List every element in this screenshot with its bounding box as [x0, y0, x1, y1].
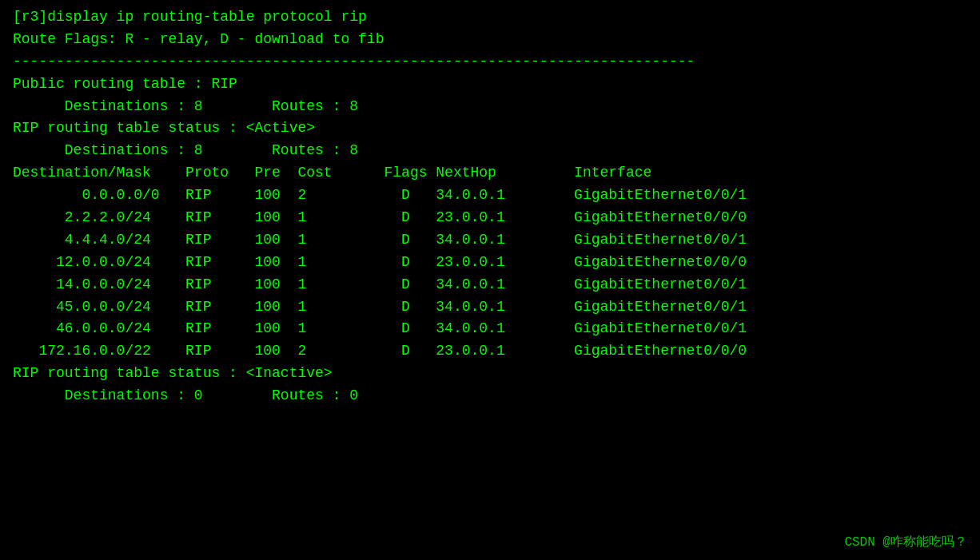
terminal-line: RIP routing table status : <Inactive> — [13, 363, 967, 385]
terminal-line: 4.4.4.0/24 RIP 100 1 D 34.0.0.1 GigabitE… — [13, 229, 967, 252]
terminal-line: Destinations : 8 Routes : 8 — [13, 140, 967, 162]
terminal-line: 0.0.0.0/0 RIP 100 2 D 34.0.0.1 GigabitEt… — [13, 185, 967, 207]
terminal-line: Destinations : 8 Routes : 8 — [13, 96, 967, 118]
terminal-line: Destinations : 0 Routes : 0 — [13, 385, 967, 407]
terminal-line: 12.0.0.0/24 RIP 100 1 D 23.0.0.1 Gigabit… — [13, 252, 967, 274]
terminal-line: 172.16.0.0/22 RIP 100 2 D 23.0.0.1 Gigab… — [13, 340, 967, 363]
terminal-line: 46.0.0.0/24 RIP 100 1 D 34.0.0.1 Gigabit… — [13, 318, 967, 340]
watermark: CSDN @咋称能吃吗？ — [844, 534, 967, 550]
terminal-line: 45.0.0.0/24 RIP 100 1 D 34.0.0.1 Gigabit… — [13, 296, 967, 319]
terminal-line: Public routing table : RIP — [13, 73, 967, 96]
terminal-line: [r3]display ip routing-table protocol ri… — [13, 6, 967, 29]
terminal-line: Route Flags: R - relay, D - download to … — [13, 29, 967, 51]
terminal-line: ----------------------------------------… — [13, 51, 967, 73]
terminal-line: 2.2.2.0/24 RIP 100 1 D 23.0.0.1 GigabitE… — [13, 207, 967, 229]
terminal-line: Destination/Mask Proto Pre Cost Flags Ne… — [13, 162, 967, 185]
terminal-line: 14.0.0.0/24 RIP 100 1 D 34.0.0.1 Gigabit… — [13, 274, 967, 296]
terminal-output: [r3]display ip routing-table protocol ri… — [13, 6, 967, 407]
terminal-line: RIP routing table status : <Active> — [13, 117, 967, 140]
